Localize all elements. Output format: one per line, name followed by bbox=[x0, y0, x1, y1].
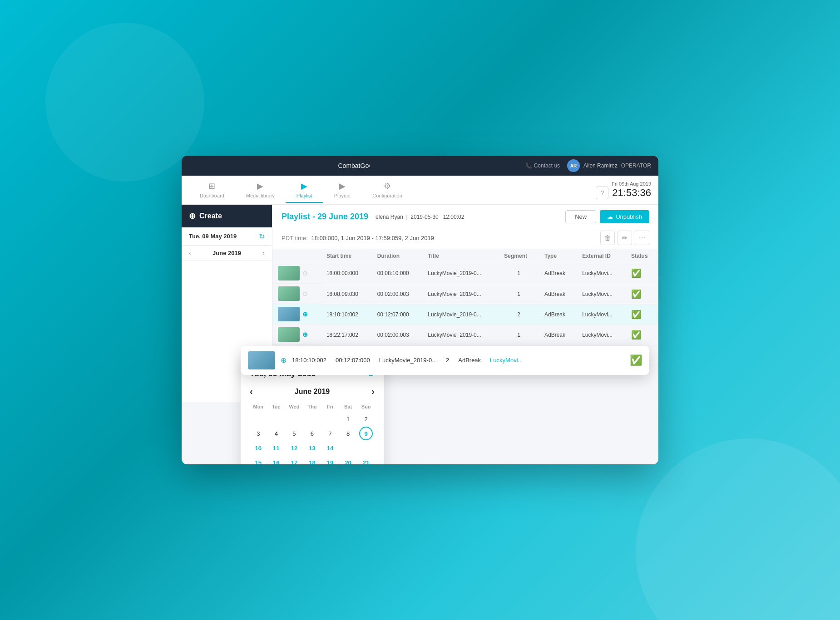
cal-day[interactable]: 14 bbox=[323, 441, 337, 455]
table-row[interactable]: ⊙ 18:00:00:000 00:08:10:000 LuckyMovie_2… bbox=[272, 263, 658, 284]
cal-day[interactable]: 2 bbox=[359, 412, 373, 426]
cal-day[interactable] bbox=[323, 412, 337, 426]
big-cal-month-nav: ‹ June 2019 › bbox=[250, 386, 375, 397]
dashboard-icon: ⊞ bbox=[208, 181, 215, 191]
cal-day[interactable]: 21 bbox=[359, 456, 373, 464]
refresh-icon[interactable]: ↻ bbox=[259, 232, 265, 241]
nav-item-playout[interactable]: ▶ Playout bbox=[323, 177, 362, 203]
prev-month-button[interactable]: ‹ bbox=[189, 249, 191, 256]
create-button[interactable]: ⊕ Create bbox=[189, 211, 222, 221]
cal-day[interactable]: 8 bbox=[341, 427, 355, 440]
cal-day[interactable]: 3 bbox=[252, 427, 265, 440]
row-type: AdBreak bbox=[539, 304, 577, 325]
app-dropdown-button[interactable]: ▾ bbox=[368, 162, 371, 169]
cal-day[interactable]: 6 bbox=[305, 427, 319, 440]
delete-button[interactable]: 🗑 bbox=[600, 231, 615, 245]
cloud-icon: ☁ bbox=[607, 213, 613, 220]
cal-day[interactable] bbox=[287, 412, 301, 426]
cal-day-header: Fri bbox=[321, 402, 339, 411]
row-title: LuckyMovie_2019-0... bbox=[422, 284, 499, 304]
row-status-icon: ✅ bbox=[626, 325, 658, 345]
col-thumb bbox=[272, 249, 321, 263]
table-header: Start time Duration Title Segment Type E… bbox=[272, 249, 658, 263]
row-add-icon[interactable]: ⊕ bbox=[302, 331, 308, 338]
row-segment: 1 bbox=[499, 263, 539, 284]
clock: 21:53:36 bbox=[612, 187, 651, 199]
cal-day[interactable]: 7 bbox=[323, 427, 337, 440]
new-button[interactable]: New bbox=[565, 210, 596, 223]
cal-day[interactable]: 12 bbox=[287, 441, 301, 455]
nav-label-media: Media library bbox=[246, 193, 275, 198]
cal-day-header: Tue bbox=[268, 402, 285, 411]
app-title: CombatGo bbox=[338, 162, 369, 169]
col-title: Title bbox=[422, 249, 499, 263]
help-button[interactable]: ? bbox=[596, 187, 608, 199]
user-role: OPERATOR bbox=[621, 162, 651, 169]
row-title: LuckyMovie_2019-0... bbox=[422, 304, 499, 325]
cal-day[interactable]: 11 bbox=[269, 441, 283, 455]
popup-thumb bbox=[248, 351, 275, 369]
row-start-time: 18:00:00:000 bbox=[321, 263, 372, 284]
phone-icon: 📞 bbox=[525, 162, 532, 169]
table-row[interactable]: ⊕ 18:10:10:002 00:12:07:000 LuckyMovie_2… bbox=[272, 304, 658, 325]
row-add-icon[interactable]: ⊕ bbox=[302, 310, 308, 318]
cal-day-header: Thu bbox=[304, 402, 321, 411]
create-icon: ⊕ bbox=[189, 211, 196, 221]
nav-date: Fri 09th Aug 2019 bbox=[590, 181, 651, 187]
big-calendar[interactable]: Tue, 09 May 2019 ↻ ‹ June 2019 › MonTueW… bbox=[241, 359, 384, 464]
more-button[interactable]: ⋯ bbox=[635, 231, 649, 245]
col-segment: Segment bbox=[499, 249, 539, 263]
cal-day[interactable]: 1 bbox=[341, 412, 355, 426]
row-thumb bbox=[278, 327, 300, 342]
cal-day[interactable]: 20 bbox=[341, 456, 355, 464]
cal-day[interactable]: 16 bbox=[269, 456, 283, 464]
big-cal-next-button[interactable]: › bbox=[371, 386, 375, 397]
cal-day[interactable]: 17 bbox=[287, 456, 301, 464]
popup-plus-icon[interactable]: ⊕ bbox=[281, 356, 287, 364]
edit-button[interactable]: ✏ bbox=[618, 231, 632, 245]
cal-day[interactable] bbox=[359, 441, 373, 455]
cal-day[interactable]: 18 bbox=[305, 456, 319, 464]
row-segment: 1 bbox=[499, 284, 539, 304]
table-row[interactable]: ⊙ 18:08:09:030 00:02:00:003 LuckyMovie_2… bbox=[272, 284, 658, 304]
popup-external-id[interactable]: LuckyMovi... bbox=[490, 357, 523, 364]
big-cal-prev-button[interactable]: ‹ bbox=[250, 386, 253, 397]
cal-day[interactable]: 4 bbox=[269, 427, 283, 440]
row-segment: 2 bbox=[499, 304, 539, 325]
popup-type: AdBreak bbox=[458, 357, 481, 364]
cal-day[interactable] bbox=[269, 412, 283, 426]
nav-item-playlist[interactable]: ▶ Playlist bbox=[286, 177, 323, 203]
nav-item-media[interactable]: ▶ Media library bbox=[235, 177, 286, 203]
nav-label-dashboard: Dashboard bbox=[200, 193, 224, 198]
contact-us-button[interactable]: 📞 Contact us bbox=[525, 162, 560, 169]
row-external-id[interactable]: LuckyMovi... bbox=[577, 263, 626, 284]
col-external-id: External ID bbox=[577, 249, 626, 263]
table-row[interactable]: ⊕ 18:22:17:002 00:02:00:003 LuckyMovie_2… bbox=[272, 325, 658, 345]
unpublish-button[interactable]: ☁ Unpublish bbox=[600, 210, 649, 223]
row-duration: 00:12:07:000 bbox=[372, 304, 423, 325]
row-external-id[interactable]: LuckyMovi... bbox=[577, 284, 626, 304]
next-month-button[interactable]: › bbox=[262, 249, 265, 256]
cal-day[interactable]: 19 bbox=[323, 456, 337, 464]
popup-status-icon: ✅ bbox=[630, 354, 642, 366]
nav-item-dashboard[interactable]: ⊞ Dashboard bbox=[189, 177, 235, 203]
cal-day[interactable]: 13 bbox=[305, 441, 319, 455]
row-external-id[interactable]: LuckyMovi... bbox=[577, 325, 626, 345]
cal-day[interactable] bbox=[252, 412, 265, 426]
nav-item-configuration[interactable]: ⚙ Configuration bbox=[361, 177, 413, 203]
pdt-row: PDT time: 18:00:000, 1 Jun 2019 - 17:59:… bbox=[282, 227, 649, 249]
month-nav: ‹ June 2019 › bbox=[182, 246, 272, 261]
row-start-time: 18:10:10:002 bbox=[321, 304, 372, 325]
cal-day[interactable]: 9 bbox=[359, 427, 373, 440]
big-cal-month: June 2019 bbox=[295, 388, 330, 396]
cal-day[interactable]: 10 bbox=[252, 441, 265, 455]
nav-label-playlist: Playlist bbox=[296, 193, 312, 198]
cal-day[interactable]: 5 bbox=[287, 427, 301, 440]
cal-day[interactable] bbox=[341, 441, 355, 455]
cal-day[interactable]: 15 bbox=[252, 456, 265, 464]
playout-icon: ▶ bbox=[339, 181, 346, 191]
row-external-id[interactable]: LuckyMovi... bbox=[577, 304, 626, 325]
col-start-time: Start time bbox=[321, 249, 372, 263]
row-duration: 00:08:10:000 bbox=[372, 263, 423, 284]
cal-day[interactable] bbox=[305, 412, 319, 426]
